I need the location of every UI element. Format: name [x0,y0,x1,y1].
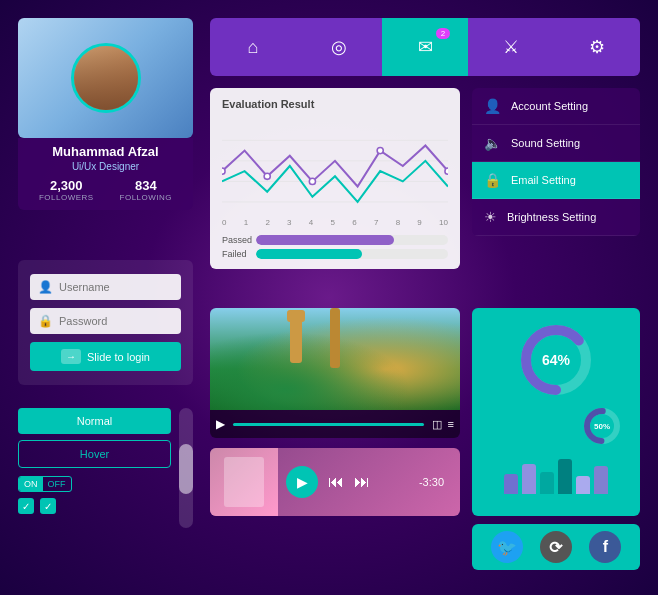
bar-4 [558,459,572,494]
donut-percent: 64% [542,352,570,368]
svg-point-5 [264,173,270,179]
messages-badge: 2 [436,28,450,39]
music-player: ▶ ⏮ ⏭ -3:30 [210,448,460,516]
followers-count: 2,300 [39,178,94,193]
setting-sound[interactable]: 🔈 Sound Setting [472,125,640,162]
failed-bar-bg [256,249,448,259]
music-prev-button[interactable]: ⏮ [328,473,344,491]
x-label-4: 4 [309,218,313,227]
profile-avatar [71,43,141,113]
login-form: 👤 🔒 → Slide to login [18,260,193,385]
normal-button[interactable]: Normal [18,408,171,434]
location-icon: ◎ [331,36,347,58]
video-extra-icons: ◫ ≡ [432,418,454,431]
toggle-switch[interactable]: ON OFF [18,476,72,492]
email-label: Email Setting [511,174,576,186]
failed-bar-fill [256,249,362,259]
gear-icon: ⚙ [589,36,605,58]
stats-panel: 64% 50% [472,308,640,516]
following-count: 834 [120,178,173,193]
twitter-button[interactable]: 🐦 [491,531,523,563]
nav-messages[interactable]: ✉ 2 [382,18,468,76]
nav-home[interactable]: ⌂ [210,18,296,76]
hover-button[interactable]: Hover [18,440,171,468]
checkbox-1[interactable]: ✓ [18,498,34,514]
password-input[interactable] [59,315,173,327]
video-player: ▶ ◫ ≡ [210,308,460,438]
sound-label: Sound Setting [511,137,580,149]
toggle-on-label: ON [19,477,43,491]
svg-point-7 [377,148,383,154]
followers-label: FOLLOWERS [39,193,94,202]
x-label-8: 8 [396,218,400,227]
video-progress-bar[interactable] [233,423,424,426]
bar-1 [504,474,518,494]
user-icon: 👤 [38,280,53,294]
share-button[interactable]: ⟳ [540,531,572,563]
chart-svg [222,116,448,216]
nav-settings[interactable]: ⚙ [554,18,640,76]
video-menu-icon[interactable]: ≡ [448,418,454,431]
profile-info: Muhammad Afzal Ui/Ux Designer 2,300 FOLL… [18,138,193,210]
setting-account[interactable]: 👤 Account Setting [472,88,640,125]
music-controls: ▶ ⏮ ⏭ -3:30 [278,466,460,498]
facebook-button[interactable]: f [589,531,621,563]
x-label-1: 1 [244,218,248,227]
arrow-icon: → [61,349,81,364]
failed-label: Failed [222,249,250,259]
sound-icon: 🔈 [484,135,501,151]
passed-bar-fill [256,235,394,245]
password-row: 🔒 [30,308,181,334]
music-next-button[interactable]: ⏭ [354,473,370,491]
facebook-icon: f [603,538,608,556]
checkbox-2[interactable]: ✓ [40,498,56,514]
x-label-0: 0 [222,218,226,227]
home-icon: ⌂ [248,37,259,58]
twitter-icon: 🐦 [497,538,517,557]
profile-name: Muhammad Afzal [26,144,185,159]
album-art [224,457,264,507]
email-icon: 🔒 [484,172,501,188]
profile-stats: 2,300 FOLLOWERS 834 FOLLOWING [26,178,185,202]
avatar-image [74,46,138,110]
legend-passed: Passed [222,235,448,245]
button-panel: Normal Hover ON OFF ✓ ✓ [18,408,193,528]
messages-icon: ✉ [418,36,433,58]
video-cast-icon[interactable]: ◫ [432,418,442,431]
setting-email[interactable]: 🔒 Email Setting [472,162,640,199]
profile-card: Muhammad Afzal Ui/Ux Designer 2,300 FOLL… [18,18,193,210]
mini-donut-text: 50% [594,422,610,431]
username-input[interactable] [59,281,173,293]
slide-login-label: Slide to login [87,351,150,363]
video-controls: ▶ ◫ ≡ [210,410,460,438]
x-label-6: 6 [352,218,356,227]
nav-tools[interactable]: ⚔ [468,18,554,76]
music-time: -3:30 [419,476,452,488]
bar-3 [540,472,554,494]
svg-point-8 [445,168,448,174]
profile-photo-wrap [18,18,193,138]
username-row: 👤 [30,274,181,300]
music-play-button[interactable]: ▶ [286,466,318,498]
video-play-button[interactable]: ▶ [216,417,225,431]
brightness-icon: ☀ [484,209,497,225]
account-label: Account Setting [511,100,588,112]
music-thumbnail [210,448,278,516]
svg-point-6 [309,178,315,184]
setting-brightness[interactable]: ☀ Brightness Setting [472,199,640,236]
slider-vertical[interactable] [179,408,193,528]
nav-location[interactable]: ◎ [296,18,382,76]
tools-icon: ⚔ [503,36,519,58]
social-panel: 🐦 ⟳ f [472,524,640,570]
x-label-7: 7 [374,218,378,227]
slide-login-button[interactable]: → Slide to login [30,342,181,371]
bar-6 [594,466,608,494]
btn-section: Normal Hover ON OFF ✓ ✓ [18,408,171,528]
toggle-off-label: OFF [43,477,71,491]
profile-title: Ui/Ux Designer [26,161,185,172]
mini-donut: 50% [582,406,622,446]
chart-title: Evaluation Result [222,98,448,110]
chart-legend: Passed Failed [222,235,448,259]
x-label-3: 3 [287,218,291,227]
legend-failed: Failed [222,249,448,259]
